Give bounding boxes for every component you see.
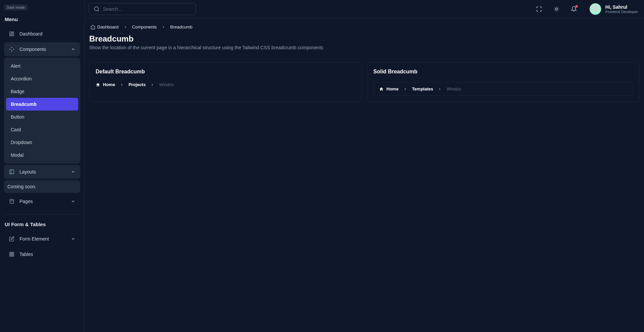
sidebar-subitem-dropdown[interactable]: Dropdown [6,136,78,149]
breadcrumb-demo-solid: Home Templates Windzo [373,82,633,96]
chevron-down-icon [71,199,75,204]
breadcrumb-home[interactable]: Home [96,82,115,87]
svg-line-26 [554,10,555,11]
cards-row: Default Breadcumb Home Projects [89,62,639,102]
sidebar: Dark mode Menu Dashboard Components Aler… [0,0,85,332]
svg-rect-1 [12,32,14,33]
svg-rect-4 [11,47,12,48]
chevron-up-icon [71,47,75,52]
breadcrumb-demo-default: Home Projects Windzo [96,82,355,87]
sun-icon [553,6,559,12]
sidebar-item-tables[interactable]: Tables [4,247,80,261]
svg-rect-10 [10,199,14,203]
chevron-right-icon [120,83,124,87]
svg-point-17 [94,7,98,11]
fullscreen-icon [536,6,542,12]
layouts-icon [9,169,15,175]
card-title: Solid Breadcumb [373,69,633,75]
breadcrumb-dashboard[interactable]: Dashboard [91,24,119,29]
notification-dot [575,5,578,8]
user-role: Frontend Developer [605,10,638,14]
pages-icon [9,198,15,204]
components-submenu: Alert Accordion Badge Breadcumb Button C… [4,58,80,163]
avatar [589,3,601,15]
search-input-container[interactable] [89,3,196,15]
breadcrumb-components[interactable]: Components [132,24,157,29]
breadcrumb-label: Dashboard [97,24,119,29]
table-icon [9,251,15,257]
topbar: Hi, Sahrul Frontend Developer [85,0,644,18]
chevron-right-icon [123,25,127,29]
search-input[interactable] [103,6,191,12]
sidebar-item-label: Tables [19,252,33,257]
layouts-coming-soon: Coming soon. [4,180,80,193]
content: Dashboard Components Breadcumb Breadcumb… [85,18,644,108]
sidebar-item-layouts[interactable]: Layouts [4,165,80,179]
sidebar-item-label: Dashboard [19,31,43,37]
sidebar-item-label: Components [19,47,46,52]
svg-line-23 [558,10,558,11]
svg-rect-3 [10,35,11,36]
breadcrumb-templates[interactable]: Templates [412,86,433,91]
svg-line-27 [558,7,558,8]
sidebar-section-menu: Menu [4,16,80,22]
sidebar-subitem-card[interactable]: Card [6,123,78,136]
svg-rect-0 [10,32,11,34]
svg-line-22 [554,7,555,8]
chevron-down-icon [71,237,75,241]
chevron-right-icon [161,25,165,29]
form-icon [9,236,15,242]
sidebar-item-pages[interactable]: Pages [4,194,80,208]
breadcrumb-home[interactable]: Home [379,86,398,91]
breadcrumb-current: Windzo [159,82,173,87]
chevron-right-icon [150,83,154,87]
sidebar-subitem-button[interactable]: Button [6,111,78,123]
sidebar-item-components[interactable]: Components [4,42,80,56]
sidebar-subitem-breadcumb[interactable]: Breadcumb [6,98,78,111]
svg-rect-6 [11,50,12,52]
breadcrumb-current: Breadcumb [170,24,192,29]
svg-point-19 [555,8,557,10]
breadcrumb-label: Home [103,82,115,87]
page-title: Breadcumb [89,34,639,44]
sidebar-item-dashboard[interactable]: Dashboard [4,27,80,41]
svg-rect-5 [13,49,14,50]
breadcrumb-label: Home [386,86,398,91]
sidebar-subitem-accordion[interactable]: Accordion [6,72,78,85]
fullscreen-button[interactable] [533,3,545,15]
main: Hi, Sahrul Frontend Developer Dashboard … [85,0,644,332]
theme-toggle-button[interactable] [550,3,562,15]
chevron-up-icon [71,170,75,174]
svg-rect-2 [12,34,14,36]
sidebar-subitem-badge[interactable]: Badge [6,85,78,98]
theme-mode-badge: Dark mode [4,4,28,10]
search-icon [94,6,100,12]
home-icon [379,87,384,91]
card-default-breadcumb: Default Breadcumb Home Projects [89,62,362,102]
svg-line-18 [98,10,99,11]
card-title: Default Breadcumb [96,69,355,75]
breadcrumb-current: Windzo [446,86,461,91]
sidebar-item-label: Layouts [19,169,36,175]
user-menu[interactable]: Hi, Sahrul Frontend Developer [589,3,638,15]
svg-rect-8 [10,170,14,174]
breadcrumb-projects[interactable]: Projects [128,82,146,87]
chevron-right-icon [438,87,442,91]
sidebar-item-label: Form Element [19,236,49,242]
card-solid-breadcumb: Solid Breadcumb Home Templates [367,62,639,102]
breadcrumb: Dashboard Components Breadcumb [89,24,639,29]
home-icon [96,82,100,87]
notifications-button[interactable] [568,3,580,15]
sidebar-item-form-element[interactable]: Form Element [4,232,80,246]
page-description: Show the location of the current page in… [89,45,639,50]
sidebar-divider [4,214,80,215]
chevron-right-icon [403,87,407,91]
svg-rect-7 [9,49,11,50]
user-greeting: Hi, Sahrul [605,4,638,10]
sidebar-section-ui: UI Form & Tables [4,221,80,227]
sidebar-subitem-modal[interactable]: Modal [6,149,78,161]
home-icon [91,25,95,29]
sidebar-item-label: Pages [19,199,33,204]
sidebar-subitem-alert[interactable]: Alert [6,60,78,72]
svg-rect-12 [10,252,14,256]
